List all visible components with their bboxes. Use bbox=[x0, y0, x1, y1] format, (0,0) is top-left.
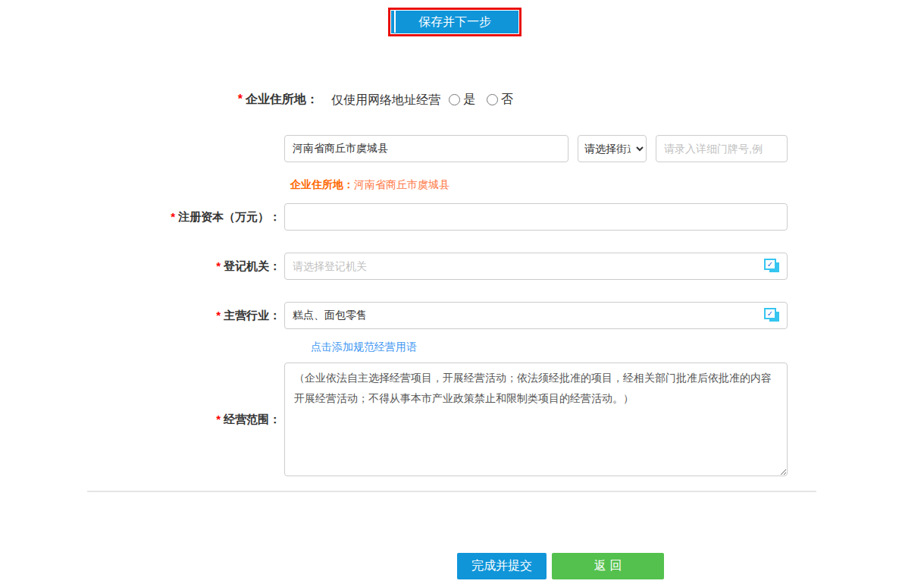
residence-note-value: 河南省商丘市虞城县 bbox=[354, 178, 449, 190]
residence-note-label: 企业住所地： bbox=[290, 178, 354, 190]
radio-yes[interactable]: 是 bbox=[449, 92, 475, 108]
residence-label: *企业住所地： bbox=[0, 92, 318, 107]
radio-no-input[interactable] bbox=[487, 94, 498, 105]
radio-yes-input[interactable] bbox=[449, 94, 460, 105]
online-address-text: 仅使用网络地址经营 bbox=[331, 93, 440, 108]
residence-note: 企业住所地：河南省商丘市虞城县 bbox=[290, 177, 449, 191]
submit-button[interactable]: 完成并提交 bbox=[457, 553, 547, 579]
industry-label: *主营行业： bbox=[0, 308, 280, 323]
capital-input[interactable] bbox=[284, 203, 788, 231]
required-asterisk: * bbox=[216, 413, 221, 425]
save-next-button[interactable]: 保存并下一步 bbox=[391, 11, 518, 33]
address-detail-input[interactable] bbox=[656, 135, 788, 162]
section-divider bbox=[87, 491, 816, 492]
scope-label: *经营范围： bbox=[0, 412, 280, 427]
required-asterisk: * bbox=[238, 93, 243, 105]
radio-no-label: 否 bbox=[501, 92, 513, 108]
radio-yes-label: 是 bbox=[463, 92, 475, 108]
street-select[interactable]: 请选择街道 bbox=[578, 135, 647, 162]
radio-no[interactable]: 否 bbox=[487, 92, 513, 108]
capital-label: *注册资本（万元）： bbox=[0, 209, 280, 224]
required-asterisk: * bbox=[216, 259, 221, 272]
cursor-artifact bbox=[394, 10, 396, 33]
required-asterisk: * bbox=[171, 210, 175, 223]
back-button[interactable]: 返 回 bbox=[552, 553, 664, 579]
business-registration-form-page: 保存并下一步 *企业住所地： 仅使用网络地址经营 是 否 请选择街道 企业住所地… bbox=[0, 0, 924, 587]
highlight-box: 保存并下一步 bbox=[388, 8, 522, 36]
industry-input[interactable] bbox=[284, 302, 788, 329]
industry-picker-icon[interactable]: ✓ bbox=[764, 308, 781, 323]
authority-picker-icon[interactable]: ✓ bbox=[764, 259, 781, 274]
required-asterisk: * bbox=[216, 309, 221, 322]
region-input[interactable] bbox=[284, 135, 568, 162]
picker-check-icon: ✓ bbox=[764, 308, 776, 319]
picker-check-icon: ✓ bbox=[764, 259, 776, 270]
authority-input[interactable] bbox=[284, 253, 788, 280]
add-standard-terms-link[interactable]: 点击添加规范经营用语 bbox=[311, 341, 417, 354]
authority-label: *登记机关： bbox=[0, 259, 280, 274]
scope-textarea[interactable]: （企业依法自主选择经营项目，开展经营活动；依法须经批准的项目，经相关部门批准后依… bbox=[284, 363, 788, 476]
